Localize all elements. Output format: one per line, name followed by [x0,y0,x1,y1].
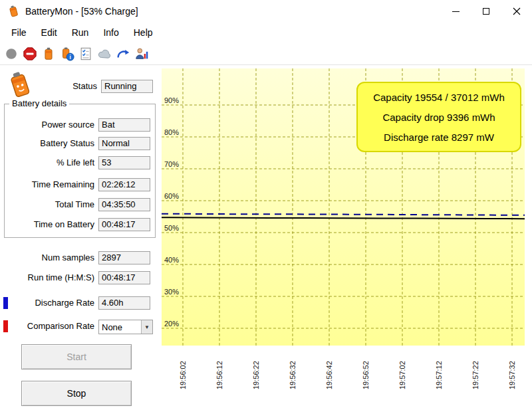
battery-info-button[interactable]: i [58,45,76,63]
svg-text:40%: 40% [164,256,179,264]
menu-bar: File Edit Run Info Help [0,23,532,43]
log-report-button[interactable] [76,45,95,63]
num-samples-label: Num samples [7,251,94,264]
svg-text:60%: 60% [164,192,179,200]
battery-info-icon: i [60,47,74,61]
window-title: BatteryMon - [53% Charge] [25,6,138,17]
discharge-rate-field: 4.60h [98,296,150,310]
checklist-icon [78,47,93,61]
num-samples-field: 2897 [98,251,150,264]
battery-details-title: Battery details [9,98,69,109]
user-chart-icon [134,47,149,61]
power-source-field: Bat [98,118,150,132]
svg-text:19:57:12: 19:57:12 [435,361,443,389]
maximize-button[interactable] [471,0,501,23]
menu-help[interactable]: Help [126,25,160,41]
stop-tool-button[interactable] [21,45,39,63]
comparison-rate-label: Comparison Rate [12,320,94,333]
menu-file[interactable]: File [4,25,34,41]
window-controls [440,0,532,23]
batterymon-logo-icon [4,69,36,101]
svg-text:19:56:12: 19:56:12 [215,361,223,389]
close-icon [513,7,521,15]
close-button[interactable] [501,0,532,23]
svg-text:19:56:02: 19:56:02 [179,361,187,389]
svg-text:19:56:52: 19:56:52 [362,361,370,389]
cloud-button[interactable] [95,45,114,63]
run-time-label: Run time (H:M:S) [7,271,94,284]
battery-tool-button[interactable] [39,45,58,63]
svg-text:80%: 80% [164,128,179,136]
power-source-label: Power source [8,118,94,132]
svg-text:i: i [69,54,70,60]
svg-text:70%: 70% [164,160,179,168]
svg-text:19:56:22: 19:56:22 [252,361,260,389]
svg-text:19:57:22: 19:57:22 [471,361,479,389]
svg-text:50%: 50% [164,224,179,232]
export-arrow-icon [116,47,130,61]
time-on-battery-label: Time on Battery [8,218,94,231]
app-battery-icon [7,5,20,18]
comparison-rate-select[interactable]: None ▼ [98,320,153,334]
discharge-rate-label: Discharge Rate [12,296,94,310]
total-time-label: Total Time [8,198,94,211]
time-remaining-field: 02:26:12 [98,178,150,191]
export-button[interactable] [114,45,132,63]
svg-text:20%: 20% [164,320,179,328]
capacity-drop-line: Capacity drop 9396 mWh [382,112,495,123]
record-button[interactable] [2,45,21,63]
minimize-button[interactable] [440,0,471,23]
start-button[interactable]: Start [21,344,132,369]
life-left-label: % Life left [8,156,94,169]
battery-status-field: Normal [98,137,150,150]
battery-icon [41,47,56,61]
svg-text:19:56:32: 19:56:32 [289,361,297,389]
svg-text:30%: 30% [164,288,179,296]
run-time-field: 00:48:17 [98,271,150,284]
stop-sign-icon [23,47,37,61]
time-remaining-label: Time Remaining [8,178,94,191]
svg-text:90%: 90% [164,96,179,104]
total-time-field: 04:35:50 [98,198,150,211]
menu-info[interactable]: Info [96,25,126,41]
discharge-rate-swatch [3,297,8,309]
menu-edit[interactable]: Edit [34,25,65,41]
battery-chart: 90%80%70%60%50%40%30%20%19:56:0219:56:12… [162,68,525,414]
chevron-down-icon[interactable]: ▼ [141,320,152,334]
cloud-icon [97,47,112,61]
svg-text:19:57:02: 19:57:02 [398,361,406,389]
svg-text:19:56:42: 19:56:42 [325,361,333,389]
status-field: Running [101,80,153,93]
stop-button[interactable]: Stop [21,381,132,406]
capacity-info-box: Capacity 19554 / 37012 mWh Capacity drop… [356,82,521,152]
left-panel: Status Running Battery details Power sou… [0,66,160,414]
minimize-icon [452,11,460,12]
comparison-rate-swatch [3,320,8,332]
life-left-field: 53 [98,156,150,169]
battery-status-label: Battery Status [8,137,94,150]
discharge-rate-line: Discharge rate 8297 mW [384,132,494,143]
user-info-button[interactable] [132,45,151,63]
capacity-line: Capacity 19554 / 37012 mWh [373,92,505,103]
record-icon [4,47,19,61]
maximize-icon [483,8,489,15]
comparison-rate-value: None [99,322,141,332]
status-label: Status [40,80,97,93]
menu-run[interactable]: Run [65,25,96,41]
time-on-battery-field: 00:48:17 [98,218,150,231]
title-bar: BatteryMon - [53% Charge] [0,0,532,23]
svg-text:19:57:32: 19:57:32 [508,361,516,389]
toolbar: i [0,43,532,65]
